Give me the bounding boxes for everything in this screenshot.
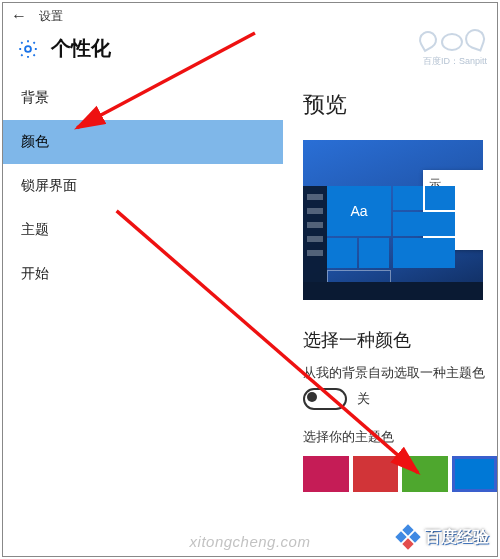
- preview-thumbnail: Aa: [303, 140, 483, 300]
- toggle-state-label: 关: [357, 390, 370, 408]
- sidebar-item-label: 锁屏界面: [21, 177, 77, 195]
- sidebar-item-label: 背景: [21, 89, 49, 107]
- preview-heading: 预览: [303, 90, 497, 120]
- preview-tile-aa: Aa: [327, 186, 391, 236]
- choose-color-heading: 选择一种颜色: [303, 328, 497, 352]
- sidebar-item-label: 颜色: [21, 133, 49, 151]
- sidebar-item-label: 开始: [21, 265, 49, 283]
- sidebar-item-background[interactable]: 背景: [3, 76, 283, 120]
- accent-swatch[interactable]: [303, 456, 349, 492]
- accent-swatch[interactable]: [452, 456, 498, 492]
- titlebar: ← 设置: [3, 3, 497, 29]
- sidebar-item-label: 主题: [21, 221, 49, 239]
- sidebar-item-start[interactable]: 开始: [3, 252, 283, 296]
- auto-pick-toggle[interactable]: [303, 388, 347, 410]
- gear-icon: [17, 38, 39, 60]
- back-button[interactable]: ←: [9, 7, 29, 25]
- preview-start-menu: Aa: [327, 186, 467, 282]
- preview-taskbar: [303, 282, 483, 300]
- sidebar-item-colors[interactable]: 颜色: [3, 120, 283, 164]
- page-header: 个性化: [3, 29, 497, 76]
- window-title: 设置: [39, 8, 63, 25]
- page-title: 个性化: [51, 35, 111, 62]
- choose-accent-label: 选择你的主题色: [303, 428, 497, 446]
- accent-swatches: [303, 456, 497, 492]
- sidebar: 背景 颜色 锁屏界面 主题 开始: [3, 76, 283, 539]
- svg-point-0: [25, 46, 31, 52]
- settings-window: ← 设置 个性化 背景 颜色 锁屏界面 主题 开始: [2, 2, 498, 557]
- content-pane: 预览 Aa 选择一种颜色: [283, 76, 497, 539]
- auto-pick-label: 从我的背景自动选取一种主题色: [303, 364, 497, 382]
- accent-swatch[interactable]: [402, 456, 448, 492]
- accent-swatch[interactable]: [353, 456, 399, 492]
- sidebar-item-lockscreen[interactable]: 锁屏界面: [3, 164, 283, 208]
- sidebar-item-themes[interactable]: 主题: [3, 208, 283, 252]
